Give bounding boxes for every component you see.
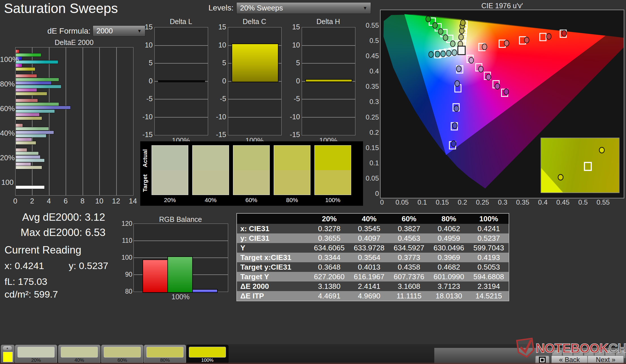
- de-bar: [16, 127, 49, 131]
- cell-value: 0.4959: [429, 234, 469, 243]
- delta_c-bar: [232, 44, 279, 82]
- rgb-bar-g: [167, 256, 193, 293]
- swatch-pair: [274, 145, 310, 195]
- patch-swatch: [18, 347, 55, 358]
- gridline: [302, 99, 355, 99]
- y-tick-label: 5: [140, 59, 153, 67]
- y-tick-label: 0.4: [364, 67, 379, 75]
- x-tick-label: 0.1: [412, 198, 432, 206]
- cell-value: 2.4141: [349, 282, 389, 291]
- y-tick-label: 0.1: [364, 159, 379, 167]
- table-row: x: CIE310.32780.35450.38270.40620.4241: [237, 224, 509, 233]
- swatch-label: 100%: [314, 197, 351, 203]
- logo-text-check: CHECK: [608, 341, 626, 356]
- de-formula-dropdown[interactable]: 2000 ▼: [93, 25, 145, 36]
- row-label: y: CIE31: [237, 234, 309, 243]
- y-tick-label: 0.05: [364, 174, 379, 182]
- measurement-table: 20%40%60%80%100%x: CIE310.32780.35450.38…: [236, 213, 509, 301]
- x-tick-label: 0.5: [573, 198, 593, 206]
- patch-mini-tile[interactable]: ▲: [1, 345, 14, 363]
- cell-value: 634.6065: [309, 244, 349, 252]
- x-tick-label: 0.25: [473, 198, 493, 206]
- y-tick-label: 5: [214, 59, 226, 67]
- cell-value: 0.5237: [469, 234, 509, 243]
- de-bar: [16, 131, 54, 134]
- cell-value: 0.3648: [309, 263, 349, 272]
- row-label: Target Y: [237, 272, 309, 281]
- delta_h-title: Delta H: [302, 18, 355, 26]
- cell-value: 0.3827: [389, 224, 429, 233]
- de-bar: [16, 92, 47, 96]
- de-bar: [16, 113, 40, 116]
- gridline: [99, 47, 100, 195]
- cell-value: 633.9728: [349, 244, 389, 252]
- de-bar: [16, 64, 22, 67]
- delta_c-plot: [228, 27, 282, 135]
- de-bar: [16, 162, 31, 166]
- cell-value: 0.3344: [309, 253, 349, 262]
- gridline: [155, 63, 208, 64]
- patch-tile-20%[interactable]: 20%: [15, 345, 57, 363]
- y-tick-label: -10: [214, 113, 226, 121]
- logo-text-notebook: NOTEBOOK: [536, 341, 608, 356]
- swatch-label: 20%: [152, 197, 188, 203]
- de-bar: [16, 166, 42, 169]
- cell-value: 0.4241: [469, 224, 509, 233]
- row-label: Y: [237, 244, 309, 252]
- swatch-column: 60%: [233, 145, 270, 195]
- gridline: [155, 117, 208, 118]
- cell-value: 0.4097: [349, 234, 389, 243]
- target-swatch: [193, 170, 229, 195]
- current-y-value: y: 0.5237: [69, 260, 108, 271]
- x-tick-label: 2: [26, 197, 38, 205]
- patch-tile-100%[interactable]: 100%: [186, 345, 228, 363]
- actual-row-label: Actual: [142, 146, 148, 171]
- delta_l-title: Delta L: [154, 18, 208, 26]
- patch-tile-60%[interactable]: 60%: [101, 345, 143, 363]
- de-formula-value: 2000: [96, 27, 113, 35]
- y-tick-label: 120: [120, 220, 132, 227]
- de-bar: [16, 67, 35, 71]
- row-label: Target x:CIE31: [237, 253, 309, 262]
- table-row: Target x:CIE310.33440.35640.37730.39690.…: [237, 253, 509, 262]
- patch-swatch: [189, 347, 226, 358]
- cell-value: 599.7043: [469, 244, 509, 252]
- patch-tile-40%[interactable]: 40%: [58, 345, 100, 363]
- x-tick-label: 10: [94, 197, 105, 205]
- levels-value: 20% Sweeps: [240, 4, 283, 12]
- y-tick-label: 15: [214, 23, 226, 31]
- cell-value: 616.1967: [349, 272, 389, 281]
- cell-value: 0.3655: [309, 234, 349, 243]
- delta_h-bar: [305, 79, 352, 83]
- cell-value: 634.5927: [389, 244, 429, 252]
- target-swatch: [152, 170, 188, 195]
- gridline: [66, 47, 66, 195]
- cell-value: 627.2060: [309, 272, 349, 281]
- group-label: 20%: [0, 153, 14, 162]
- cell-value: 2.3194: [469, 282, 509, 291]
- bottom-divider: [0, 363, 626, 364]
- deltae-chart-plot: [15, 47, 133, 196]
- de-bar: [16, 141, 36, 145]
- column-header: 80%: [429, 214, 469, 223]
- group-label: 40%: [0, 129, 14, 138]
- cell-value: 0.3278: [309, 224, 349, 233]
- y-tick-label: 0.45: [364, 52, 379, 60]
- y-tick-label: -5: [214, 95, 226, 103]
- swatch-column: 20%: [152, 145, 188, 195]
- up-arrow-icon[interactable]: ▲: [3, 346, 12, 350]
- y-tick-label: 0: [140, 77, 153, 85]
- chevron-down-icon: ▼: [363, 6, 367, 11]
- current-cdm2-value: cd/m²: 599.7: [5, 289, 58, 300]
- y-tick-label: 0.35: [364, 83, 379, 90]
- patch-tile-80%[interactable]: 80%: [144, 345, 186, 363]
- de-bar: [16, 74, 37, 78]
- y-tick-label: 110: [120, 237, 132, 244]
- levels-dropdown[interactable]: 20% Sweeps ▼: [236, 2, 371, 14]
- patch-swatch: [104, 347, 141, 358]
- x-tick-label: 0.4: [533, 198, 553, 206]
- actual-swatch: [274, 146, 310, 170]
- swatch-pair: [192, 145, 229, 195]
- x-tick-label: 0.15: [432, 198, 452, 206]
- x-tick-label: 0.3: [493, 198, 513, 206]
